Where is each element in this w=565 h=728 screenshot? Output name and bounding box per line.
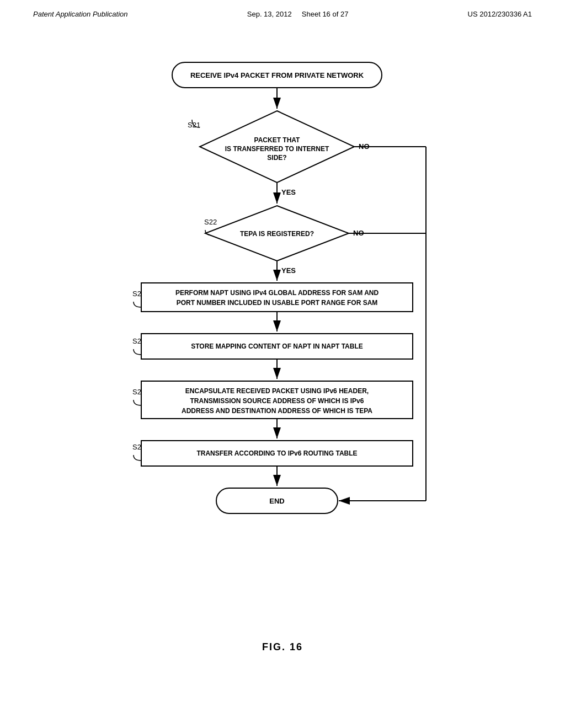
header-date: Sep. 13, 2012 (247, 10, 292, 18)
s23-text-line1: PERFORM NAPT USING IPv4 GLOBAL ADDRESS F… (175, 289, 379, 297)
flowchart-container: RECEIVE IPv4 PACKET FROM PRIVATE NETWORK… (0, 46, 565, 625)
header-sheet: Sheet 16 of 27 (302, 10, 349, 18)
figure-caption: FIG. 16 (0, 641, 565, 653)
start-node-text: RECEIVE IPv4 PACKET FROM PRIVATE NETWORK (190, 71, 364, 79)
header-date-sheet: Sep. 13, 2012 Sheet 16 of 27 (247, 10, 349, 18)
s22-label: S22 (204, 218, 217, 226)
figure-caption-text: FIG. 16 (262, 641, 303, 652)
s23-text-line2: PORT NUMBER INCLUDED IN USABLE PORT RANG… (177, 299, 378, 307)
s25-text-line3: ADDRESS AND DESTINATION ADDRESS OF WHICH… (182, 407, 372, 415)
flowchart-svg: RECEIVE IPv4 PACKET FROM PRIVATE NETWORK… (84, 46, 481, 625)
s21-text-line2: IS TRANSFERRED TO INTERNET (225, 145, 329, 153)
s22-yes-label: YES (281, 266, 296, 275)
page-header: Patent Application Publication Sep. 13, … (0, 0, 565, 18)
s25-text-line2: TRANSMISSION SOURCE ADDRESS OF WHICH IS … (190, 397, 364, 405)
page: Patent Application Publication Sep. 13, … (0, 0, 565, 728)
header-patent-number: US 2012/230336 A1 (468, 10, 532, 18)
svg-rect-7 (141, 283, 413, 312)
end-node-text: END (269, 497, 284, 505)
s25-text-line1: ENCAPSULATE RECEIVED PACKET USING IPv6 H… (185, 387, 369, 395)
s24-text: STORE MAPPING CONTENT OF NAPT IN NAPT TA… (191, 342, 363, 350)
s21-text-line1: PACKET THAT (254, 136, 301, 144)
header-publication-label: Patent Application Publication (33, 10, 128, 18)
s22-text: TEPA IS REGISTERED? (240, 230, 314, 238)
s26-text: TRANSFER ACCORDING TO IPv6 ROUTING TABLE (196, 449, 357, 457)
s21-text-line3: SIDE? (267, 154, 286, 162)
s21-yes-label: YES (281, 188, 296, 196)
